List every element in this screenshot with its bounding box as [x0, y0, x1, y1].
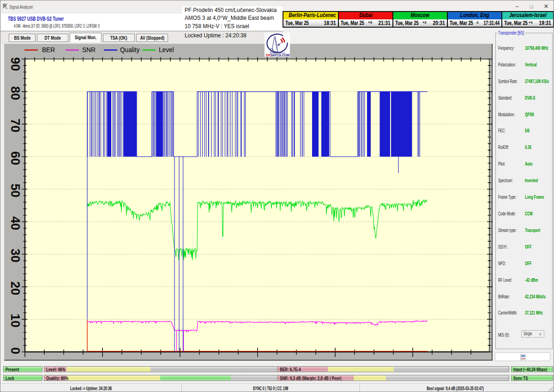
svg-text:DXSATCS.COM: DXSATCS.COM	[266, 53, 289, 57]
